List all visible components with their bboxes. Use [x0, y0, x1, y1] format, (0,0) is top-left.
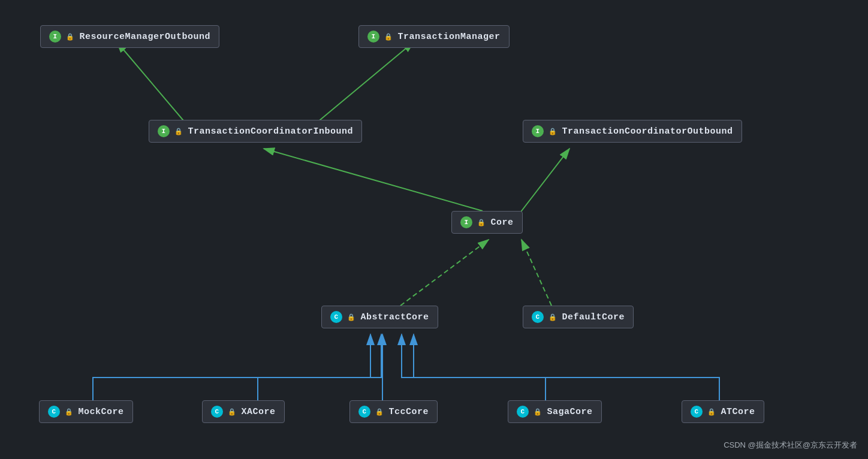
- diagram-container: I 🔒 ResourceManagerOutbound I 🔒 Transact…: [0, 0, 868, 459]
- lock-icon-tci: 🔒: [174, 128, 183, 135]
- class-icon-dc: C: [532, 311, 544, 323]
- node-label-at: ATCore: [721, 407, 755, 417]
- lock-icon-saga: 🔒: [534, 408, 542, 416]
- watermark: CSDN @掘金技术社区@京东云开发者: [724, 440, 857, 451]
- node-saga-core: C 🔒 SagaCore: [508, 400, 602, 423]
- node-xa-core: C 🔒 XACore: [202, 400, 285, 423]
- interface-icon-tm: I: [367, 31, 379, 43]
- node-label-mc: MockCore: [79, 407, 124, 417]
- node-resource-manager-outbound: I 🔒 ResourceManagerOutbound: [40, 25, 219, 48]
- node-label-tm: TransactionManager: [398, 32, 501, 42]
- lock-icon-dc: 🔒: [548, 313, 557, 321]
- node-abstract-core: C 🔒 AbstractCore: [321, 306, 438, 328]
- node-label-dc: DefaultCore: [562, 312, 625, 322]
- lock-icon-ac: 🔒: [347, 313, 356, 321]
- lock-icon-at: 🔒: [707, 408, 716, 416]
- class-icon-at: C: [691, 406, 703, 418]
- class-icon-tcc: C: [358, 406, 370, 418]
- node-label-tcc: TccCore: [389, 407, 429, 417]
- interface-icon-tco: I: [532, 125, 544, 137]
- lock-icon-tco: 🔒: [548, 128, 557, 135]
- lock-icon-xa: 🔒: [228, 408, 237, 416]
- node-label-tco: TransactionCoordinatorOutbound: [562, 126, 733, 137]
- node-label-core: Core: [491, 218, 514, 228]
- connections-svg: [0, 0, 868, 459]
- node-label-tci: TransactionCoordinatorInbound: [188, 126, 354, 137]
- node-label-rmo: ResourceManagerOutbound: [80, 32, 211, 42]
- node-transaction-coordinator-outbound: I 🔒 TransactionCoordinatorOutbound: [523, 120, 742, 143]
- node-mock-core: C 🔒 MockCore: [39, 400, 133, 423]
- class-icon-saga: C: [517, 406, 529, 418]
- node-label-saga: SagaCore: [547, 407, 593, 417]
- interface-icon-core: I: [460, 216, 472, 228]
- class-icon-xa: C: [211, 406, 223, 418]
- interface-icon-tci: I: [158, 125, 170, 137]
- lock-icon-tcc: 🔒: [375, 408, 384, 416]
- class-icon-mc: C: [48, 406, 60, 418]
- node-transaction-coordinator-inbound: I 🔒 TransactionCoordinatorInbound: [149, 120, 362, 143]
- lock-icon-tm: 🔒: [384, 33, 393, 41]
- interface-icon-rmo: I: [49, 31, 61, 43]
- lock-icon-core: 🔒: [477, 219, 486, 227]
- lock-icon-mc: 🔒: [65, 408, 74, 416]
- node-tcc-core: C 🔒 TccCore: [349, 400, 438, 423]
- class-icon-ac: C: [330, 311, 342, 323]
- lock-icon-rmo: 🔒: [66, 33, 75, 41]
- node-label-ac: AbstractCore: [361, 312, 429, 322]
- node-default-core: C 🔒 DefaultCore: [523, 306, 634, 328]
- node-label-xa: XACore: [242, 407, 276, 417]
- node-transaction-manager: I 🔒 TransactionManager: [358, 25, 510, 48]
- node-core: I 🔒 Core: [451, 211, 523, 234]
- node-at-core: C 🔒 ATCore: [682, 400, 764, 423]
